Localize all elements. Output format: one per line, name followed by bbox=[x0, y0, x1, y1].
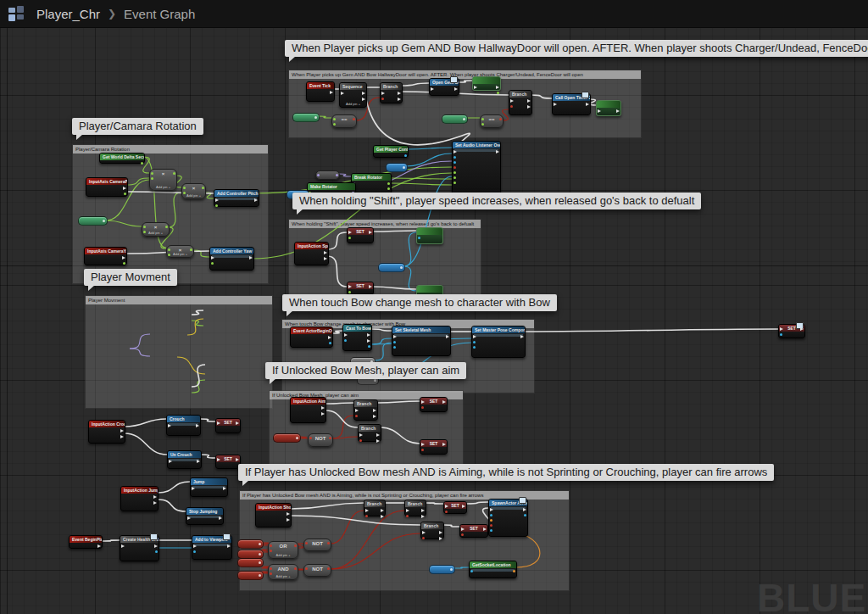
comment-bubble-4: When touch Bow change mesh to character … bbox=[282, 294, 557, 311]
bubble-layer: When Player picks up Gem AND Bow Hallway… bbox=[0, 0, 868, 614]
comment-bubble-0: When Player picks up Gem AND Bow Hallway… bbox=[285, 40, 868, 57]
comment-bubble-3: Player Movment bbox=[84, 269, 177, 286]
comment-bubble-1: Player/Camara Rotation bbox=[72, 118, 203, 135]
event-graph-canvas[interactable]: BLUEPRINT When Player picks up Gem AND B… bbox=[0, 0, 868, 614]
comment-bubble-5: If Unlocked Bow Mesh, player can aim bbox=[265, 362, 466, 379]
comment-bubble-2: When holding "Shift", player speed incre… bbox=[292, 193, 701, 209]
comment-bubble-6: If Player has Unlocked Bow mesh AND is A… bbox=[238, 464, 774, 481]
breadcrumb-current[interactable]: Event Graph bbox=[124, 7, 195, 21]
breadcrumb-root[interactable]: Player_Chr bbox=[36, 7, 100, 21]
breadcrumb-separator: ❯ bbox=[108, 8, 116, 20]
blueprint-editor: BLUEPRINT When Player picks up Gem AND B… bbox=[0, 0, 868, 614]
breadcrumb-bar: Player_Chr ❯ Event Graph bbox=[0, 0, 868, 28]
blueprint-class-icon bbox=[8, 5, 26, 22]
